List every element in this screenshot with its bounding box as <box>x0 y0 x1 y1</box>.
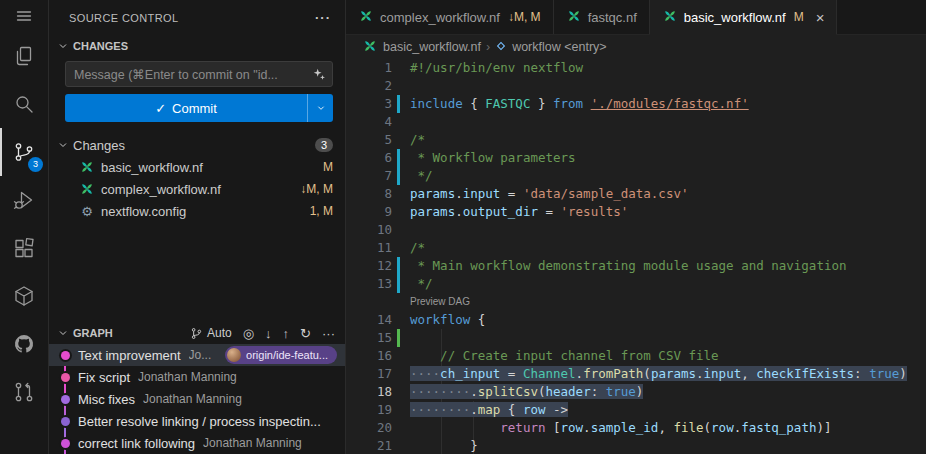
code-line-6[interactable]: 6 * Workflow parameters <box>346 149 926 167</box>
tab-fastqc.nf[interactable]: fastqc.nf <box>554 0 650 34</box>
commit-graph-list: Text improvementJo...origin/ide-featu...… <box>49 344 345 454</box>
breadcrumb-file[interactable]: basic_workflow.nf <box>383 40 481 54</box>
commit-button[interactable]: ✓ Commit <box>65 94 307 122</box>
tab-complex_workflow.nf[interactable]: complex_workflow.nf↓M, M <box>346 0 554 34</box>
commit-dot-icon <box>61 417 70 426</box>
branch-pill[interactable]: origin/ide-featu... <box>225 346 337 364</box>
code-line-10[interactable]: 10 <box>346 221 926 239</box>
commit-row[interactable]: Text improvementJo...origin/ide-featu... <box>49 344 345 366</box>
graph-section-header[interactable]: GRAPH Auto ◎ ↓ ↑ ↻ ··· <box>49 322 345 344</box>
auto-label: Auto <box>207 326 232 340</box>
selection-highlight: ········.splitCsv(header: true) <box>410 384 643 399</box>
code-line-11[interactable]: 11/* <box>346 239 926 257</box>
code-text: /* <box>392 131 425 149</box>
code-line-4[interactable]: 4 <box>346 113 926 131</box>
vscode-window: 3 SOURCE CONTROL ··· CHANGES Mess <box>0 0 926 454</box>
file-status-badge: M <box>323 160 333 174</box>
push-icon[interactable]: ↑ <box>283 326 290 341</box>
code-text: ····ch_input = Channel.fromPath(params.i… <box>392 365 907 383</box>
commit-row[interactable]: correct link followingJonathan Manning <box>49 432 345 454</box>
code-line-8[interactable]: 8params.input = 'data/sample_data.csv' <box>346 185 926 203</box>
graph-section-label: GRAPH <box>73 327 113 339</box>
code-line-21[interactable]: 21 } <box>346 437 926 454</box>
line-number: 12 <box>346 257 392 275</box>
code-line-9[interactable]: 9params.output_dir = 'results' <box>346 203 926 221</box>
commit-title: Better resolve linking / process inspect… <box>78 414 321 429</box>
changed-file-complex_workflow.nf[interactable]: complex_workflow.nf↓M, M <box>49 178 345 200</box>
run-and-debug-icon[interactable] <box>0 176 48 224</box>
line-number: 18 <box>346 383 392 401</box>
package-icon[interactable] <box>0 272 48 320</box>
changes-tree-header[interactable]: Changes 3 <box>49 134 345 156</box>
explorer-icon[interactable] <box>0 32 48 80</box>
goto-head-icon[interactable]: ◎ <box>243 326 254 341</box>
codelens-preview-dag[interactable]: Preview DAG <box>346 293 926 311</box>
code-line-13[interactable]: 13 */ <box>346 275 926 293</box>
nextflow-file-icon <box>662 8 678 27</box>
code-line-15[interactable]: 15 <box>346 329 926 347</box>
nextflow-file-icon <box>362 38 378 57</box>
search-icon[interactable] <box>0 80 48 128</box>
code-line-7[interactable]: 7 */ <box>346 167 926 185</box>
line-number: 19 <box>346 401 392 419</box>
breadcrumb-symbol[interactable]: workflow <entry> <box>512 40 606 54</box>
code-line-1[interactable]: 1#!/usr/bin/env nextflow <box>346 59 926 77</box>
commit-row[interactable]: Better resolve linking / process inspect… <box>49 410 345 432</box>
changes-section-header[interactable]: CHANGES <box>49 35 345 57</box>
code-text: return [row.sample_id, file(row.fastq_pa… <box>392 419 832 437</box>
code-line-18[interactable]: 18········.splitCsv(header: true) <box>346 383 926 401</box>
code-text <box>392 77 410 95</box>
menu-icon[interactable] <box>0 0 48 32</box>
extensions-icon[interactable] <box>0 224 48 272</box>
pull-icon[interactable]: ↓ <box>265 326 272 341</box>
source-control-icon[interactable]: 3 <box>0 128 48 176</box>
code-editor[interactable]: 1#!/usr/bin/env nextflow23include { FAST… <box>346 59 926 454</box>
code-line-20[interactable]: 20 return [row.sample_id, file(row.fastq… <box>346 419 926 437</box>
commit-message-placeholder: Message (⌘Enter to commit on "id... <box>74 67 312 82</box>
graph-more-actions-icon[interactable]: ··· <box>322 326 335 341</box>
line-number: 6 <box>346 149 392 167</box>
code-line-19[interactable]: 19········.map { row -> <box>346 401 926 419</box>
source-control-panel: SOURCE CONTROL ··· CHANGES Message (⌘Ent… <box>49 0 346 454</box>
code-line-17[interactable]: 17····ch_input = Channel.fromPath(params… <box>346 365 926 383</box>
auto-repo-button[interactable]: Auto <box>190 326 232 340</box>
code-line-12[interactable]: 12 * Main workflow demonstrating module … <box>346 257 926 275</box>
commit-dropdown-button[interactable] <box>307 94 333 122</box>
commit-row[interactable]: Fix scriptJonathan Manning <box>49 366 345 388</box>
line-number: 16 <box>346 347 392 365</box>
changes-section-label: CHANGES <box>73 40 128 52</box>
code-line-16[interactable]: 16 // Create input channel from CSV file <box>346 347 926 365</box>
commit-title: Fix script <box>78 370 130 385</box>
more-actions-icon[interactable]: ··· <box>315 10 331 25</box>
github-icon[interactable] <box>0 320 48 368</box>
code-text <box>392 113 410 131</box>
refresh-icon[interactable]: ↻ <box>300 326 311 341</box>
commit-title: correct link following <box>78 436 195 451</box>
code-text: #!/usr/bin/env nextflow <box>392 59 583 77</box>
code-line-3[interactable]: 3include { FASTQC } from './modules/fast… <box>346 95 926 113</box>
code-line-14[interactable]: 14workflow { <box>346 311 926 329</box>
code-text: // Create input channel from CSV file <box>392 347 719 365</box>
branch-icon <box>190 327 203 340</box>
file-status-badge: ↓M, M <box>300 182 333 196</box>
commit-row[interactable]: Misc fixesJonathan Manning <box>49 388 345 410</box>
commit-message-input[interactable]: Message (⌘Enter to commit on "id... <box>65 61 333 87</box>
sidebar-header: SOURCE CONTROL ··· <box>49 0 345 35</box>
code-text <box>392 221 410 239</box>
commit-area: Message (⌘Enter to commit on "id... ✓ Co… <box>49 57 345 124</box>
line-number: 10 <box>346 221 392 239</box>
sparkle-icon[interactable] <box>312 67 326 81</box>
git-pull-request-icon[interactable] <box>0 368 48 416</box>
line-number: 11 <box>346 239 392 257</box>
line-number: 8 <box>346 185 392 203</box>
code-line-2[interactable]: 2 <box>346 77 926 95</box>
code-line-5[interactable]: 5/* <box>346 131 926 149</box>
tab-modified-badge: ↓M, M <box>508 10 541 24</box>
commit-author: Jonathan Manning <box>138 370 237 384</box>
changed-file-nextflow.config[interactable]: ⚙nextflow.config1, M <box>49 200 345 222</box>
tab-close-icon[interactable]: × <box>816 10 825 25</box>
changed-file-basic_workflow.nf[interactable]: basic_workflow.nfM <box>49 156 345 178</box>
changes-tree-label: Changes <box>73 138 125 153</box>
activity-bar: 3 <box>0 0 49 454</box>
tab-basic_workflow.nf[interactable]: basic_workflow.nfM× <box>650 0 838 35</box>
